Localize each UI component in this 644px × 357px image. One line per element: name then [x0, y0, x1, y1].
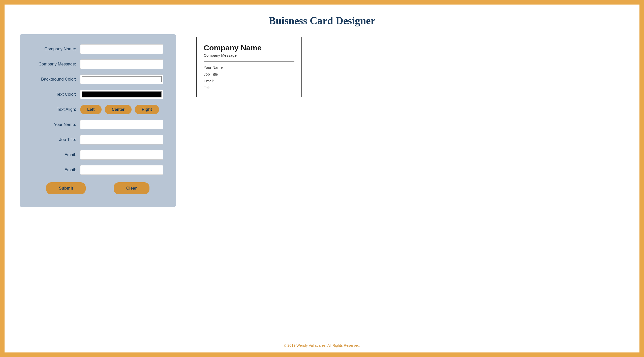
email2-input[interactable]: [80, 165, 163, 175]
card-divider: [204, 61, 294, 62]
company-message-row: Company Message:: [32, 59, 163, 69]
email2-row: Email:: [32, 165, 163, 175]
your-name-label: Your Name:: [32, 122, 80, 127]
text-color-label: Text Color:: [32, 92, 80, 97]
company-message-label: Company Message:: [32, 62, 80, 67]
text-align-row: Text Align: Left Center Right: [32, 105, 163, 114]
email2-label: Email:: [32, 167, 80, 172]
card-tel: Tel:: [204, 86, 294, 90]
email-label: Email:: [32, 152, 80, 157]
your-name-input[interactable]: [80, 120, 163, 129]
company-name-input[interactable]: [80, 44, 163, 54]
text-align-label: Text Align:: [32, 107, 80, 112]
job-title-row: Job Title:: [32, 135, 163, 145]
form-panel: Company Name: Company Message: Backgroun…: [20, 34, 176, 207]
page-wrapper: Buisness Card Designer Company Name: Com…: [5, 5, 639, 352]
company-name-row: Company Name:: [32, 44, 163, 54]
background-color-label: Background Color:: [32, 77, 80, 82]
card-email: Email:: [204, 79, 294, 83]
your-name-row: Your Name:: [32, 120, 163, 129]
card-company-message: Company Message: [204, 53, 294, 57]
form-actions: Submit Clear: [32, 182, 163, 194]
card-job-title: Job Title: [204, 72, 294, 76]
card-preview-area: Company Name Company Message Your Name J…: [196, 34, 624, 97]
company-name-label: Company Name:: [32, 47, 80, 52]
submit-button[interactable]: Submit: [46, 182, 86, 194]
align-buttons: Left Center Right: [80, 105, 159, 114]
business-card: Company Name Company Message Your Name J…: [196, 37, 302, 97]
text-color-input[interactable]: [80, 90, 163, 99]
job-title-input[interactable]: [80, 135, 163, 145]
align-right-button[interactable]: Right: [135, 105, 159, 114]
card-company-name: Company Name: [204, 43, 294, 52]
clear-button[interactable]: Clear: [114, 182, 149, 194]
text-color-row: Text Color:: [32, 90, 163, 99]
email-input[interactable]: [80, 150, 163, 160]
main-content: Company Name: Company Message: Backgroun…: [5, 34, 639, 338]
background-color-row: Background Color:: [32, 75, 163, 84]
page-title: Buisness Card Designer: [5, 5, 639, 34]
align-left-button[interactable]: Left: [80, 105, 102, 114]
company-message-input[interactable]: [80, 59, 163, 69]
footer: © 2019 Wendy Valladares. All Rights Rese…: [5, 338, 639, 352]
card-your-name: Your Name: [204, 65, 294, 69]
job-title-label: Job Title:: [32, 137, 80, 142]
background-color-input[interactable]: [80, 75, 163, 84]
email-row: Email:: [32, 150, 163, 160]
align-center-button[interactable]: Center: [105, 105, 132, 114]
